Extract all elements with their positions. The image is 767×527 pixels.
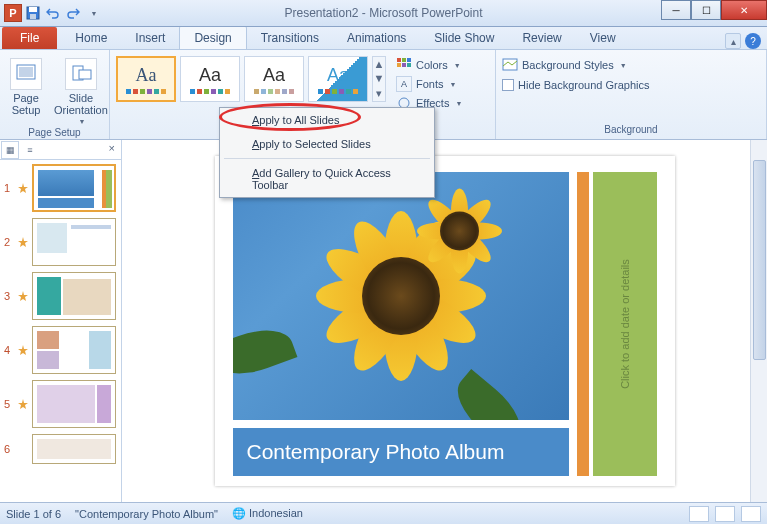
thumb-number: 6 [4, 443, 14, 455]
tab-design[interactable]: Design [179, 26, 246, 49]
theme-thumbnail-1[interactable]: Aa [116, 56, 176, 102]
colors-dropdown[interactable]: Colors▼ [396, 56, 462, 74]
minimize-ribbon-icon[interactable]: ▴ [725, 33, 741, 49]
qat-dropdown-icon[interactable]: ▼ [84, 4, 102, 22]
svg-rect-7 [397, 58, 401, 62]
fonts-label: Fonts [416, 78, 444, 90]
thumb-number: 2 [4, 236, 14, 248]
svg-rect-12 [407, 63, 411, 67]
tab-review[interactable]: Review [508, 27, 575, 49]
theme-thumbnail-4[interactable]: Aa [308, 56, 368, 102]
language-status[interactable]: 🌐 Indonesian [232, 507, 303, 520]
slide-sidebar-placeholder[interactable]: Click to add date or details [593, 172, 657, 476]
chevron-down-icon: ▼ [620, 62, 627, 69]
close-button[interactable]: ✕ [721, 0, 767, 20]
svg-rect-9 [407, 58, 411, 62]
thumbnail-list: 1 2 3 4 5 [0, 160, 121, 474]
hide-bg-label: Hide Background Graphics [518, 79, 649, 91]
thumbnail-3[interactable]: 3 [4, 272, 117, 320]
page-setup-icon [10, 58, 42, 90]
background-styles-icon [502, 57, 518, 73]
tab-view[interactable]: View [576, 27, 630, 49]
background-group-label: Background [502, 124, 760, 137]
svg-marker-17 [18, 291, 28, 301]
animation-star-icon [18, 291, 28, 301]
hide-bg-graphics-checkbox[interactable]: Hide Background Graphics [502, 78, 649, 92]
powerpoint-icon[interactable]: P [4, 4, 22, 22]
sunflower-graphic [362, 257, 440, 335]
ribbon-tabs: File Home Insert Design Transitions Anim… [0, 27, 767, 50]
slide-counter[interactable]: Slide 1 of 6 [6, 508, 61, 520]
minimize-button[interactable]: ─ [661, 0, 691, 20]
window-title: Presentation2 - Microsoft PowerPoint [284, 6, 482, 20]
thumbnail-4[interactable]: 4 [4, 326, 117, 374]
thumbnail-panel: ▦ ≡ × 1 2 3 4 [0, 140, 122, 502]
menu-separator [224, 158, 430, 159]
animation-star-icon [18, 345, 28, 355]
save-icon[interactable] [24, 4, 42, 22]
sorter-view-button[interactable] [715, 506, 735, 522]
menu-apply-selected[interactable]: Apply to Selected Slides [220, 132, 434, 156]
tab-insert[interactable]: Insert [121, 27, 179, 49]
redo-icon[interactable] [64, 4, 82, 22]
thumbnail-6[interactable]: 6 [4, 434, 117, 464]
help-icon[interactable]: ? [745, 33, 761, 49]
thumbnail-2[interactable]: 2 [4, 218, 117, 266]
outline-tab-icon[interactable]: ≡ [21, 141, 39, 159]
fonts-dropdown[interactable]: A Fonts▼ [396, 75, 462, 93]
svg-rect-6 [79, 70, 91, 79]
normal-view-button[interactable] [689, 506, 709, 522]
svg-marker-19 [18, 399, 28, 409]
thumbnail-5[interactable]: 5 [4, 380, 117, 428]
quick-access-toolbar: P ▼ [0, 4, 102, 22]
tab-home[interactable]: Home [61, 27, 121, 49]
colors-icon [396, 57, 412, 73]
tab-slideshow[interactable]: Slide Show [420, 27, 508, 49]
page-setup-label: Page Setup [12, 92, 41, 116]
thumb-number: 1 [4, 182, 14, 194]
thumb-number: 5 [4, 398, 14, 410]
svg-rect-4 [19, 67, 33, 77]
svg-rect-1 [29, 7, 37, 12]
maximize-button[interactable]: ☐ [691, 0, 721, 20]
slide-sidebar-text: Click to add date or details [619, 259, 631, 389]
fonts-icon: A [396, 76, 412, 92]
menu-add-gallery[interactable]: Add Gallery to Quick Access Toolbar [220, 161, 434, 197]
chevron-down-icon: ▼ [454, 62, 461, 69]
panel-close-icon[interactable]: × [103, 140, 121, 159]
tab-file[interactable]: File [2, 27, 57, 49]
orientation-label: Slide Orientation [54, 92, 108, 116]
theme-thumbnail-3[interactable]: Aa [244, 56, 304, 102]
reading-view-button[interactable] [741, 506, 761, 522]
svg-rect-11 [402, 63, 406, 67]
slides-tab-icon[interactable]: ▦ [1, 141, 19, 159]
colors-label: Colors [416, 59, 448, 71]
theme-name-status: "Contemporary Photo Album" [75, 508, 218, 520]
menu-apply-all[interactable]: Apply to All Slides [220, 108, 434, 132]
background-styles-dropdown[interactable]: Background Styles▼ [502, 56, 627, 74]
animation-star-icon [18, 399, 28, 409]
themes-more-button[interactable]: ▲▼▾ [372, 56, 386, 102]
slide-title-placeholder[interactable]: Contemporary Photo Album [233, 428, 569, 476]
thumbnail-1[interactable]: 1 [4, 164, 117, 212]
orientation-icon [65, 58, 97, 90]
group-page-setup: Page Setup Slide Orientation ▼ Page Setu… [0, 50, 110, 139]
theme-thumbnail-2[interactable]: Aa [180, 56, 240, 102]
slide[interactable]: Click to add date or details Contemporar… [215, 156, 675, 486]
vertical-scrollbar[interactable] [750, 140, 767, 502]
slide-photo-placeholder[interactable] [233, 172, 569, 420]
tab-transitions[interactable]: Transitions [247, 27, 333, 49]
svg-marker-16 [18, 237, 28, 247]
page-setup-button[interactable]: Page Setup [6, 56, 46, 118]
undo-icon[interactable] [44, 4, 62, 22]
slide-title-text: Contemporary Photo Album [247, 440, 505, 464]
chevron-down-icon: ▼ [450, 81, 457, 88]
slide-orientation-button[interactable]: Slide Orientation ▼ [50, 56, 112, 127]
svg-marker-18 [18, 345, 28, 355]
tab-animations[interactable]: Animations [333, 27, 420, 49]
background-styles-label: Background Styles [522, 59, 614, 71]
scrollbar-thumb[interactable] [753, 160, 766, 360]
svg-rect-2 [30, 14, 36, 19]
titlebar: P ▼ Presentation2 - Microsoft PowerPoint… [0, 0, 767, 27]
window-controls: ─ ☐ ✕ [661, 0, 767, 20]
